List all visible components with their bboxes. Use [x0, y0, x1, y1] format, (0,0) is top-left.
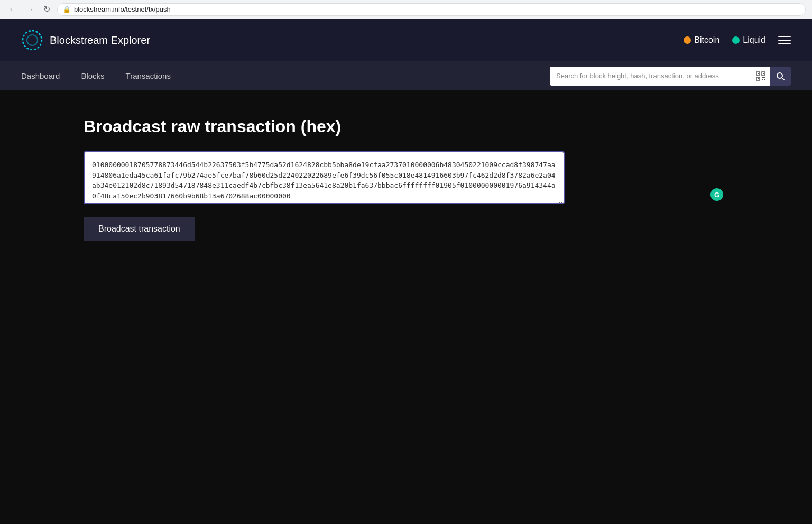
page-title: Broadcast raw transaction (hex): [84, 117, 728, 136]
forward-button[interactable]: →: [23, 3, 36, 16]
search-area: [550, 67, 791, 86]
liquid-label: Liquid: [743, 35, 765, 45]
search-icon: [776, 72, 785, 80]
hamburger-line-2: [778, 40, 791, 41]
nav-links: Dashboard Blocks Transactions: [21, 71, 171, 80]
liquid-network-badge[interactable]: Liquid: [732, 35, 765, 45]
svg-rect-7: [758, 78, 759, 79]
svg-rect-3: [758, 73, 759, 74]
bitcoin-label: Bitcoin: [694, 35, 719, 45]
bitcoin-network-badge[interactable]: Bitcoin: [684, 35, 719, 45]
hamburger-line-3: [778, 43, 791, 44]
browser-chrome: ← → ↻ 🔒 blockstream.info/testnet/tx/push: [0, 0, 812, 19]
nav-blocks[interactable]: Blocks: [81, 71, 104, 80]
nav-dashboard[interactable]: Dashboard: [21, 71, 60, 80]
main-content: Broadcast raw transaction (hex) 01000000…: [62, 90, 750, 268]
bitcoin-dot: [684, 36, 691, 44]
nav-right: Bitcoin Liquid: [684, 35, 791, 45]
qr-code-button[interactable]: [751, 67, 770, 86]
tx-hex-input[interactable]: 01000000018705778873446d544b22637503f5b4…: [84, 151, 565, 204]
svg-rect-8: [762, 77, 763, 78]
url-text: blockstream.info/testnet/tx/push: [74, 5, 171, 13]
blockstream-logo-icon: [21, 29, 43, 51]
hamburger-line-1: [778, 36, 791, 37]
search-button[interactable]: [770, 67, 791, 86]
svg-rect-11: [764, 79, 765, 80]
qr-icon: [756, 71, 765, 81]
nav-transactions[interactable]: Transactions: [126, 71, 171, 80]
back-button[interactable]: ←: [6, 3, 19, 16]
search-input[interactable]: [550, 67, 751, 86]
tx-textarea-wrapper: 01000000018705778873446d544b22637503f5b4…: [84, 151, 728, 206]
reload-button[interactable]: ↻: [40, 3, 53, 16]
svg-rect-5: [763, 73, 764, 74]
liquid-dot: [732, 36, 740, 44]
logo-area: Blockstream Explorer: [21, 29, 150, 51]
broadcast-transaction-button[interactable]: Broadcast transaction: [84, 217, 195, 241]
svg-rect-10: [762, 79, 763, 80]
svg-point-1: [27, 35, 38, 45]
hamburger-menu-button[interactable]: [778, 36, 791, 44]
lock-icon: 🔒: [63, 6, 71, 13]
svg-rect-9: [763, 77, 765, 78]
logo-text: Blockstream Explorer: [50, 34, 150, 47]
svg-point-0: [23, 31, 42, 50]
svg-line-13: [782, 78, 784, 80]
grammarly-icon: G: [710, 188, 723, 201]
top-nav: Blockstream Explorer Bitcoin Liquid: [0, 19, 812, 61]
address-bar[interactable]: 🔒 blockstream.info/testnet/tx/push: [57, 3, 806, 16]
secondary-nav: Dashboard Blocks Transactions: [0, 61, 812, 90]
